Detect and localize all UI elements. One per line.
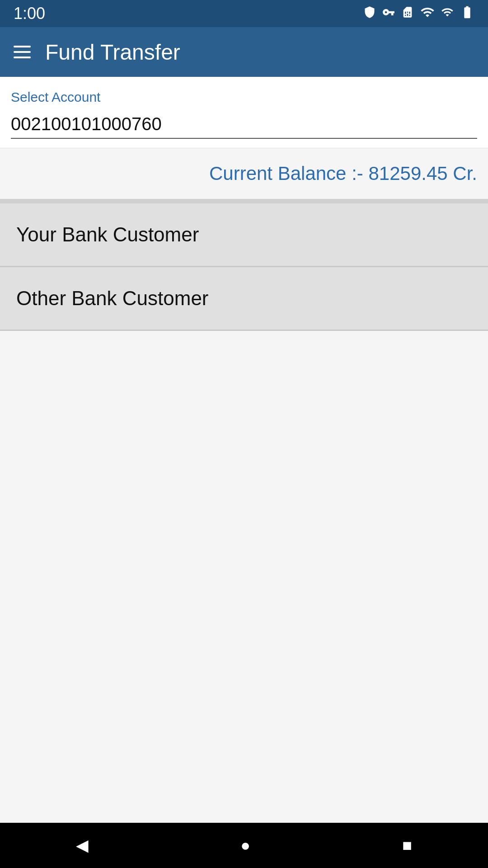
bottom-navigation: ◀ ● ■	[0, 823, 488, 868]
balance-section: Current Balance :- 81259.45 Cr.	[0, 148, 488, 199]
key-icon	[382, 6, 395, 22]
menu-icon[interactable]	[14, 46, 31, 58]
your-bank-customer-button[interactable]: Your Bank Customer	[0, 203, 488, 267]
other-bank-customer-label: Other Bank Customer	[16, 287, 209, 310]
battery-icon	[460, 5, 474, 23]
your-bank-customer-label: Your Bank Customer	[16, 223, 199, 246]
status-icons	[363, 5, 474, 23]
home-icon: ●	[240, 836, 250, 855]
back-button[interactable]: ◀	[67, 831, 98, 859]
back-icon: ◀	[76, 836, 89, 855]
recent-apps-button[interactable]: ■	[393, 831, 421, 859]
section-divider	[0, 199, 488, 203]
balance-display: Current Balance :- 81259.45 Cr.	[209, 163, 477, 184]
recent-icon: ■	[402, 836, 412, 855]
home-button[interactable]: ●	[231, 831, 259, 859]
signal-icon	[441, 6, 454, 22]
wifi-icon	[420, 5, 435, 23]
account-section: Select Account	[0, 77, 488, 148]
page-title: Fund Transfer	[45, 40, 180, 65]
transfer-options-container: Your Bank Customer Other Bank Customer	[0, 203, 488, 823]
main-content: Select Account Current Balance :- 81259.…	[0, 77, 488, 823]
other-bank-customer-button[interactable]: Other Bank Customer	[0, 267, 488, 331]
sim-icon	[401, 6, 414, 22]
shield-icon	[363, 6, 376, 22]
select-account-label: Select Account	[11, 90, 477, 105]
account-number-input[interactable]	[11, 110, 477, 139]
app-header: Fund Transfer	[0, 27, 488, 77]
status-time: 1:00	[14, 4, 45, 23]
status-bar: 1:00	[0, 0, 488, 27]
